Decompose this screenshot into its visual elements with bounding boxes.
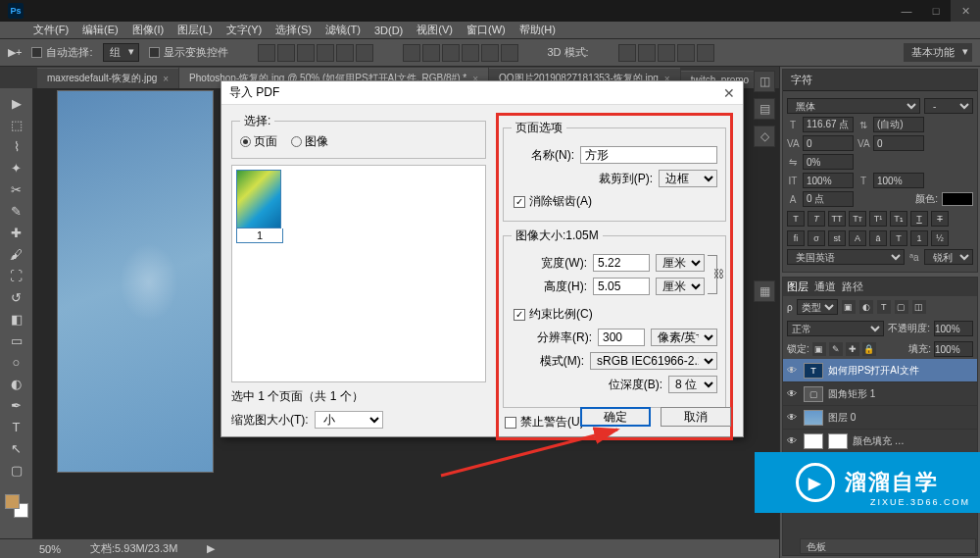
distribute-icon[interactable]: [442, 44, 460, 62]
path-tool[interactable]: ↖: [6, 437, 27, 459]
gradient-tool[interactable]: ▭: [6, 330, 27, 351]
doc-tab[interactable]: maxresdefault-恢复的.jpg×: [37, 68, 178, 88]
width-input[interactable]: [593, 254, 650, 272]
pen-tool[interactable]: ✒: [6, 394, 27, 416]
menu-file[interactable]: 文件(F): [27, 22, 74, 38]
menu-3d[interactable]: 3D(D): [368, 24, 409, 37]
document-canvas[interactable]: [57, 90, 214, 473]
link-icon[interactable]: [708, 255, 717, 294]
tab-paths[interactable]: 路径: [842, 279, 863, 294]
brush-tool[interactable]: 🖌: [6, 243, 27, 265]
lang-select[interactable]: 美国英语: [787, 249, 905, 265]
fill-input[interactable]: [934, 341, 973, 357]
vscale-input[interactable]: [803, 173, 854, 188]
distribute-icon[interactable]: [501, 44, 518, 62]
history-icon[interactable]: ◇: [754, 126, 775, 147]
menu-image[interactable]: 图像(I): [126, 22, 170, 38]
filter-icon[interactable]: ◐: [859, 300, 873, 314]
mode3d-icon[interactable]: [697, 44, 714, 62]
height-unit[interactable]: 厘米: [656, 278, 705, 295]
dodge-tool[interactable]: ◐: [6, 373, 27, 394]
filter-select[interactable]: 类型: [797, 299, 838, 315]
tracking-input[interactable]: [873, 135, 924, 151]
smallcaps-button[interactable]: Tт: [849, 211, 866, 227]
layer-row[interactable]: 👁 ▢ 圆角矩形 1: [783, 382, 977, 406]
tab-layers[interactable]: 图层: [787, 279, 808, 294]
lock-icon[interactable]: ▣: [812, 342, 826, 356]
wand-tool[interactable]: ✦: [6, 157, 27, 178]
radio-image[interactable]: 图像: [291, 133, 328, 150]
workspace-dropdown[interactable]: 基本功能: [904, 43, 972, 62]
ot-button[interactable]: ½: [931, 230, 949, 246]
constrain-check[interactable]: [514, 309, 525, 321]
distribute-icon[interactable]: [481, 44, 499, 62]
super-button[interactable]: T¹: [869, 211, 887, 227]
heal-tool[interactable]: ✚: [6, 222, 27, 243]
radio-page[interactable]: 页面: [240, 133, 277, 150]
kerning-input[interactable]: [803, 135, 854, 151]
mode3d-icon[interactable]: [658, 44, 675, 62]
ot-button[interactable]: 1: [910, 230, 928, 246]
bold-button[interactable]: T: [787, 211, 805, 227]
blendmode-select[interactable]: 正常: [787, 321, 884, 336]
minimize-button[interactable]: —: [892, 0, 921, 22]
name-input[interactable]: [580, 146, 717, 164]
menu-type[interactable]: 文字(Y): [220, 22, 269, 38]
fg-color[interactable]: [5, 494, 20, 509]
close-button[interactable]: ✕: [951, 0, 980, 22]
crop-tool[interactable]: ✂: [6, 178, 27, 200]
marquee-tool[interactable]: ⬚: [6, 114, 27, 135]
distribute-icon[interactable]: [403, 44, 420, 62]
depth-select[interactable]: 8 位: [668, 376, 717, 393]
align-icon[interactable]: [356, 44, 373, 62]
eraser-tool[interactable]: ◧: [6, 308, 27, 330]
mode3d-icon[interactable]: [618, 44, 636, 62]
width-unit[interactable]: 厘米: [656, 254, 705, 272]
antialias-check[interactable]: [514, 196, 525, 208]
italic-button[interactable]: T: [808, 211, 825, 227]
strike-button[interactable]: T: [931, 211, 949, 227]
ok-button[interactable]: 确定: [580, 407, 651, 427]
hscale-input[interactable]: [873, 173, 924, 188]
sub-button[interactable]: T₁: [890, 211, 907, 227]
mode-select[interactable]: sRGB IEC61966-2.1: [590, 352, 717, 370]
mode3d-icon[interactable]: [677, 44, 695, 62]
filter-icon[interactable]: T: [877, 300, 891, 314]
lasso-tool[interactable]: ⌇: [6, 135, 27, 157]
color-swatch[interactable]: [942, 192, 973, 206]
close-icon[interactable]: ✕: [723, 85, 735, 101]
maximize-button[interactable]: □: [921, 0, 951, 22]
visibility-icon[interactable]: 👁: [787, 388, 799, 399]
underline-button[interactable]: T: [910, 211, 928, 227]
leading-input[interactable]: [873, 117, 924, 132]
align-icon[interactable]: [258, 44, 275, 62]
color-swatch[interactable]: [5, 494, 28, 518]
align-icon[interactable]: [277, 44, 295, 62]
res-unit[interactable]: 像素/英寸: [651, 329, 717, 346]
swatches-tab[interactable]: 色板: [800, 538, 976, 554]
visibility-icon[interactable]: 👁: [787, 435, 799, 446]
panel-tab[interactable]: 字符: [783, 70, 977, 91]
autoselect-check[interactable]: 自动选择:: [31, 45, 92, 60]
baseline-input[interactable]: [803, 191, 854, 207]
shape-tool[interactable]: ▢: [6, 459, 27, 481]
filter-icon[interactable]: ▢: [895, 300, 908, 314]
opacity-input[interactable]: [934, 321, 973, 336]
dialog-titlebar[interactable]: 导入 PDF ✕: [221, 81, 743, 105]
pdf-page-thumb[interactable]: 1: [236, 170, 283, 243]
ot-button[interactable]: A: [849, 230, 866, 246]
ot-button[interactable]: T: [890, 230, 907, 246]
visibility-icon[interactable]: 👁: [787, 365, 799, 376]
style-select[interactable]: -: [924, 98, 973, 114]
ot-button[interactable]: st: [828, 230, 846, 246]
eyedropper-tool[interactable]: ✎: [6, 200, 27, 222]
ot-button[interactable]: σ: [808, 230, 825, 246]
height-input[interactable]: [593, 278, 650, 295]
move-tool[interactable]: ▶: [6, 92, 27, 114]
tab-channels[interactable]: 通道: [814, 279, 836, 294]
blur-tool[interactable]: ○: [6, 351, 27, 373]
crop-select[interactable]: 边框: [659, 170, 717, 187]
zoom-level[interactable]: 50%: [39, 543, 61, 555]
showtransform-check[interactable]: 显示变换控件: [149, 45, 228, 60]
align-icon[interactable]: [336, 44, 354, 62]
